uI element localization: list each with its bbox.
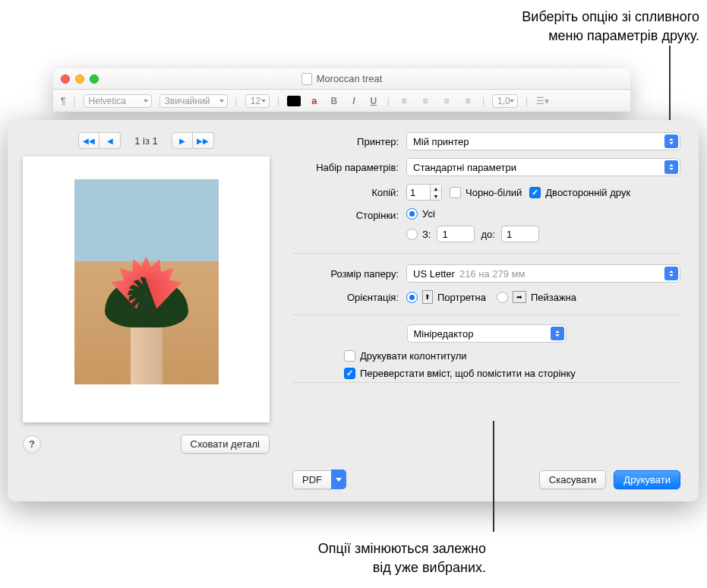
printer-select[interactable]: Мій принтер [406, 132, 680, 150]
document-icon [301, 73, 312, 85]
align-justify-icon[interactable]: ≡ [461, 95, 475, 107]
presets-label: Набір параметрів: [292, 162, 399, 173]
page-counter: 1 із 1 [134, 135, 158, 147]
titlebar: Moroccan treat [53, 68, 630, 90]
help-button[interactable]: ? [23, 435, 41, 454]
align-left-icon[interactable]: ≡ [397, 95, 411, 107]
underline-icon[interactable]: U [368, 95, 380, 107]
format-toolbar: ¶ | Helvetica Звичайний | 12 | a B I U |… [53, 90, 630, 112]
chevron-updown-icon [664, 160, 678, 174]
first-page-button[interactable]: ◀◀ [78, 132, 99, 149]
page-navigation: ◀◀ ◀ 1 із 1 ▶ ▶▶ [23, 132, 270, 149]
chevron-updown-icon [664, 267, 678, 280]
print-headers-checkbox[interactable]: Друкувати колонтитули [344, 350, 680, 362]
pages-to-label: до: [481, 229, 494, 240]
duplex-checkbox[interactable]: Двосторонній друк [529, 187, 630, 198]
strikethrough-icon[interactable]: a [308, 95, 320, 107]
copies-stepper[interactable]: ▲▼ [406, 184, 442, 201]
text-color-icon[interactable] [287, 96, 301, 106]
print-dialog: ◀◀ ◀ 1 із 1 ▶ ▶▶ [8, 120, 699, 501]
chevron-updown-icon [551, 327, 564, 340]
landscape-icon: ➡ [513, 291, 526, 303]
page-preview [23, 156, 270, 422]
chevron-updown-icon [664, 134, 678, 148]
bold-icon[interactable]: B [328, 95, 340, 107]
window-title: Moroccan treat [53, 73, 630, 85]
copies-label: Копій: [292, 187, 399, 198]
line-spacing-select[interactable]: 1,0 [492, 94, 518, 108]
orientation-landscape-radio[interactable]: ➡ Пейзажна [497, 291, 576, 303]
print-button[interactable]: Друкувати [614, 470, 680, 489]
prev-page-button[interactable]: ◀ [99, 132, 121, 149]
preview-panel: ◀◀ ◀ 1 із 1 ▶ ▶▶ [8, 120, 285, 501]
orientation-portrait-radio[interactable]: ⬆ Портретна [406, 290, 486, 304]
presets-select[interactable]: Стандартні параметри [406, 158, 680, 176]
font-select[interactable]: Helvetica [84, 94, 152, 108]
paragraph-icon[interactable]: ¶ [61, 96, 65, 106]
rewrap-checkbox[interactable]: Переверстати вміст, щоб помістити на сто… [344, 368, 680, 379]
printer-label: Принтер: [292, 136, 399, 147]
stepper-down-icon[interactable]: ▼ [431, 192, 441, 200]
italic-icon[interactable]: I [348, 95, 360, 107]
next-page-button[interactable]: ▶ [172, 132, 193, 149]
portrait-icon: ⬆ [422, 290, 433, 304]
pages-label: Сторінки: [292, 208, 399, 221]
list-icon[interactable]: ☰▾ [535, 95, 549, 107]
pdf-menu-button[interactable]: PDF [292, 469, 346, 489]
align-right-icon[interactable]: ≡ [440, 95, 453, 107]
dialog-footer: PDF Скасувати Друкувати [292, 459, 680, 489]
app-window: Moroccan treat ¶ | Helvetica Звичайний |… [53, 68, 630, 112]
paper-size-label: Розмір паперу: [292, 268, 399, 280]
size-select[interactable]: 12 [245, 94, 270, 108]
last-page-button[interactable]: ▶▶ [193, 132, 214, 149]
pages-range-radio[interactable]: З: [406, 229, 431, 240]
options-menu-select[interactable]: Мініредактор [407, 324, 567, 343]
callout-bottom: Опції змінюються залежно від уже вибрани… [213, 539, 486, 577]
cancel-button[interactable]: Скасувати [539, 470, 607, 489]
app-options-section: Мініредактор Друкувати колонтитули Перев… [292, 315, 680, 383]
chevron-down-icon [331, 469, 346, 489]
bw-checkbox[interactable]: Чорно-білий [450, 187, 522, 198]
pages-from-input[interactable] [437, 226, 475, 242]
settings-panel: Принтер: Мій принтер Набір параметрів: С… [285, 120, 699, 501]
preview-image [74, 179, 219, 384]
copies-input[interactable] [406, 184, 431, 201]
style-select[interactable]: Звичайний [159, 94, 228, 108]
callout-top: Виберіть опцію зі спливного меню парамет… [522, 8, 699, 46]
stepper-up-icon[interactable]: ▲ [431, 185, 441, 192]
pages-to-input[interactable] [501, 226, 539, 242]
pages-all-radio[interactable]: Усі [406, 208, 680, 220]
orientation-label: Орієнтація: [292, 292, 399, 303]
divider [292, 253, 680, 254]
paper-size-select[interactable]: US Letter 216 на 279 мм [406, 264, 680, 283]
hide-details-button[interactable]: Сховати деталі [181, 435, 270, 454]
callout-line [493, 421, 494, 532]
align-center-icon[interactable]: ≡ [418, 95, 432, 107]
